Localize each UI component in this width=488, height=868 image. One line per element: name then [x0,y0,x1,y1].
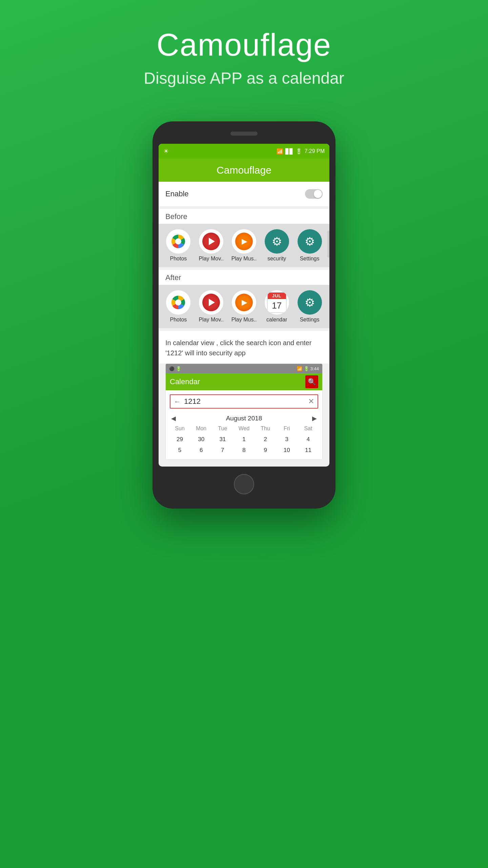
table-row[interactable]: 6 [190,445,212,455]
svg-point-1 [175,299,181,305]
app-bar: Camouflage [159,159,329,182]
phone-mockup: ☀ 📶 ▊▊ 🔋 7:29 PM Camouflage Enable Befor… [152,121,336,509]
settings-before-label: Settings [300,256,320,262]
settings-after-icon: ⚙ [298,290,322,315]
settings-before-icon: ⚙ [298,229,322,254]
scrollbar[interactable] [327,231,329,258]
week-row-1: 29 30 31 1 2 3 4 [169,434,319,445]
table-row[interactable]: 1 [233,434,255,445]
list-item: Photos [162,290,195,323]
mini-app-bar-title: Calendar [170,377,200,386]
section-divider-3 [159,328,329,331]
prev-month-button[interactable]: ◀ [171,415,176,422]
page-subtitle: Disguise APP as a calendar [144,69,344,87]
table-row[interactable]: 8 [233,445,255,455]
play-music-before-label: Play Mus.. [231,256,257,262]
list-item: Photos [162,229,195,262]
mini-status-right: 📶 🔋 3:44 [297,366,319,371]
play-movies-after-label: Play Mov.. [199,317,224,323]
weekday-sun: Sun [169,424,190,433]
photos-before-label: Photos [170,256,187,262]
weekday-fri: Fri [276,424,298,433]
mini-status-icons: ⚫ 🔋 [169,366,181,371]
week-row-2: 5 6 7 8 9 10 11 [169,445,319,455]
calendar-after-icon: JUL 17 [265,290,289,315]
time-display: 7:29 PM [304,148,325,154]
play-music-icon [235,233,253,250]
settings-after-label: Settings [300,317,320,323]
table-row[interactable]: 10 [276,445,298,455]
page-title: Camouflage [157,27,331,63]
section-divider-2 [159,267,329,270]
play-movies-after-icon-shape [202,294,220,311]
weekday-tue: Tue [212,424,233,433]
table-row[interactable]: 9 [255,445,276,455]
status-left-icon: ☀ [163,147,169,155]
play-music-after-label: Play Mus.. [231,317,257,323]
svg-point-0 [175,238,181,244]
table-row[interactable]: 11 [298,445,319,455]
phone-screen: ☀ 📶 ▊▊ 🔋 7:29 PM Camouflage Enable Befor… [159,144,329,467]
status-bar: ☀ 📶 ▊▊ 🔋 7:29 PM [159,144,329,159]
table-row[interactable]: 2 [255,434,276,445]
security-before-label: security [267,256,286,262]
calendar-after-label: calendar [266,317,287,323]
search-input-row: ← 1212 ✕ [170,394,318,409]
photos-before-icon [166,229,190,254]
calendar-nav-row: ◀ August 2018 ▶ [166,413,322,424]
month-year-label: August 2018 [226,415,262,422]
list-item: Play Mov.. [195,229,228,262]
home-button[interactable] [234,474,254,494]
weekday-sat: Sat [298,424,319,433]
battery-icon: 🔋 [296,148,302,155]
table-row[interactable]: 31 [212,434,233,445]
list-item: ⚙ security [260,229,293,262]
table-row[interactable]: 30 [190,434,212,445]
play-movies-before-label: Play Mov.. [199,256,224,262]
before-label: Before [159,209,329,224]
enable-label: Enable [165,190,189,198]
play-movies-after-icon [199,290,223,315]
calendar-grid: Sun Mon Tue Wed Thu Fri Sat 29 30 31 1 2… [166,424,322,459]
security-before-icon: ⚙ [265,229,289,254]
list-item: Play Mus.. [228,229,261,262]
wifi-icon: 📶 [277,148,283,155]
toggle-knob [314,190,322,198]
clear-icon[interactable]: ✕ [308,397,314,406]
back-arrow-icon[interactable]: ← [174,398,181,406]
play-movies-icon [202,233,220,250]
mini-app-bar: Calendar 🔍 [166,373,322,390]
search-field[interactable]: 1212 [184,397,308,406]
weekday-mon: Mon [190,424,212,433]
photos-after-icon [166,290,190,315]
next-month-button[interactable]: ▶ [312,415,317,422]
enable-toggle[interactable] [305,189,323,199]
weekday-thu: Thu [255,424,276,433]
instruction-text: In calendar view , click the search icon… [159,331,329,363]
table-row[interactable]: 4 [298,434,319,445]
after-label: After [159,270,329,285]
list-item: Play Mus.. [228,290,261,323]
mini-status-bar: ⚫ 🔋 📶 🔋 3:44 [166,364,322,373]
play-movies-before-icon [199,229,223,254]
weekdays-row: Sun Mon Tue Wed Thu Fri Sat [169,424,319,433]
table-row[interactable]: 3 [276,434,298,445]
search-button[interactable]: 🔍 [305,375,318,388]
photos-after-label: Photos [170,317,187,323]
table-row[interactable]: 7 [212,445,233,455]
status-right: 📶 ▊▊ 🔋 7:29 PM [277,148,325,155]
calendar-icon-month: JUL [268,293,286,299]
play-music-before-icon [232,229,256,254]
list-item: ⚙ Settings [293,229,326,262]
play-music-after-icon-shape [235,294,253,311]
calendar-icon-day: 17 [268,299,286,312]
table-row[interactable]: 29 [169,434,190,445]
settings-gear-after-icon: ⚙ [305,296,315,309]
after-icons-row: Photos Play Mov.. Play Mus.. [159,285,329,328]
weekday-wed: Wed [233,424,255,433]
signal-icon: ▊▊ [285,148,293,155]
play-music-after-icon [232,290,256,315]
table-row[interactable]: 5 [169,445,190,455]
phone-speaker [230,132,258,136]
list-item: JUL 17 calendar [260,290,293,323]
